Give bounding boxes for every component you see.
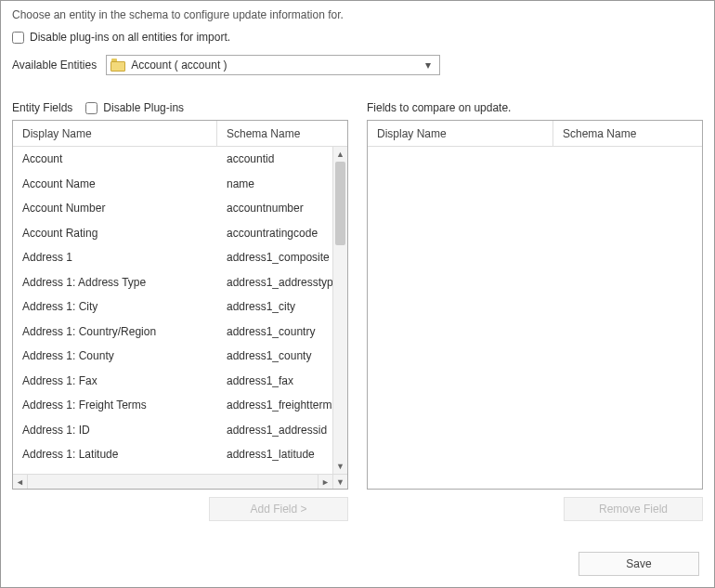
table-row[interactable]: Account Ratingaccountratingcode: [13, 221, 332, 246]
cell-display-name: Address 1: ID: [13, 424, 217, 437]
scroll-track[interactable]: [333, 162, 347, 459]
cell-display-name: Address 1: Address Type: [13, 276, 217, 289]
header-schema-name[interactable]: Schema Name: [217, 121, 347, 146]
disable-plugins-checkbox[interactable]: [85, 102, 98, 114]
table-row[interactable]: Address 1: Country/Regionaddress1_countr…: [13, 320, 332, 345]
cell-display-name: Address 1: Freight Terms: [13, 399, 217, 412]
cell-display-name: Address 1: [13, 251, 217, 264]
table-row[interactable]: Address 1: Faxaddress1_fax: [13, 369, 332, 394]
table-row[interactable]: Account Numberaccountnumber: [13, 196, 332, 221]
cell-display-name: Account: [13, 152, 217, 165]
cell-schema-name: address1_addressid: [217, 424, 332, 437]
compare-fields-list-body[interactable]: [368, 147, 702, 489]
save-button[interactable]: Save: [578, 552, 699, 576]
cell-schema-name: accountid: [217, 152, 332, 165]
table-row[interactable]: Address 1: Address Typeaddress1_addresst…: [13, 270, 332, 295]
cell-display-name: Address 1: Country/Region: [13, 325, 217, 338]
remove-field-row: Remove Field: [367, 497, 703, 521]
cell-schema-name: accountnumber: [217, 202, 332, 215]
header-schema-name[interactable]: Schema Name: [553, 121, 702, 146]
disable-all-checkbox[interactable]: [12, 32, 24, 44]
scroll-right-icon[interactable]: ►: [318, 475, 332, 489]
cell-display-name: Address 1: Latitude: [13, 448, 217, 461]
compare-fields-header: Fields to compare on update.: [367, 101, 703, 114]
compare-fields-column: Fields to compare on update. Display Nam…: [367, 101, 703, 521]
entity-fields-list-header: Display Name Schema Name: [13, 121, 347, 147]
remove-field-button[interactable]: Remove Field: [564, 497, 703, 521]
cell-display-name: Account Rating: [13, 227, 217, 240]
save-row: Save: [578, 552, 699, 576]
scroll-down-icon[interactable]: ▼: [333, 459, 347, 474]
cell-schema-name: address1_freighttermscode: [217, 399, 332, 412]
scroll-corner-down-icon[interactable]: ▼: [332, 475, 347, 489]
cell-schema-name: address1_addresstypecode: [217, 276, 332, 289]
chevron-down-icon: ▾: [421, 59, 436, 72]
compare-fields-list: Display Name Schema Name: [367, 120, 703, 490]
table-row[interactable]: Account Namename: [13, 172, 332, 197]
disable-all-row: Disable plug-ins on all entities for imp…: [12, 31, 703, 44]
cell-display-name: Address 1: City: [13, 300, 217, 313]
table-row[interactable]: Address 1: Freight Termsaddress1_freight…: [13, 393, 332, 418]
available-entities-label: Available Entities: [12, 59, 97, 72]
cell-display-name: Account Name: [13, 177, 217, 190]
folder-icon: [110, 59, 125, 72]
vertical-scrollbar[interactable]: ▲ ▼: [332, 147, 347, 474]
horizontal-scrollbar[interactable]: ◄ ► ▼: [13, 474, 347, 489]
compare-fields-list-header: Display Name Schema Name: [368, 121, 702, 147]
table-row[interactable]: Accountaccountid: [13, 147, 332, 172]
entity-fields-column: Entity Fields Disable Plug-ins Display N…: [12, 101, 348, 521]
add-field-row: Add Field >: [12, 497, 348, 521]
entity-fields-header: Entity Fields Disable Plug-ins: [12, 101, 348, 114]
cell-schema-name: accountratingcode: [217, 227, 332, 240]
header-display-name[interactable]: Display Name: [368, 121, 553, 146]
entity-combobox[interactable]: Account ( account ) ▾: [106, 55, 440, 75]
disable-plugins-label: Disable Plug-ins: [103, 101, 184, 114]
table-row[interactable]: Address 1: Latitudeaddress1_latitude: [13, 442, 332, 467]
cell-schema-name: address1_city: [217, 300, 332, 313]
entity-combobox-value: Account ( account ): [131, 59, 421, 72]
cell-display-name: Account Number: [13, 202, 217, 215]
available-entities-row: Available Entities Account ( account ) ▾: [12, 55, 703, 75]
table-row[interactable]: Address 1address1_composite: [13, 245, 332, 270]
disable-all-label: Disable plug-ins on all entities for imp…: [30, 31, 230, 44]
cell-schema-name: address1_latitude: [217, 448, 332, 461]
add-field-button[interactable]: Add Field >: [209, 497, 348, 521]
table-row[interactable]: Address 1: Cityaddress1_city: [13, 294, 332, 320]
cell-display-name: Address 1: County: [13, 349, 217, 362]
entity-fields-list: Display Name Schema Name Accountaccounti…: [12, 120, 348, 490]
compare-fields-title: Fields to compare on update.: [367, 101, 511, 114]
entity-fields-list-body: AccountaccountidAccount NamenameAccount …: [13, 147, 347, 474]
cell-schema-name: address1_country: [217, 325, 332, 338]
instruction-text: Choose an entity in the schema to config…: [12, 8, 703, 21]
cell-schema-name: address1_fax: [217, 374, 332, 387]
scroll-thumb[interactable]: [335, 162, 345, 245]
config-window: Choose an entity in the schema to config…: [0, 0, 715, 588]
table-row[interactable]: Address 1: Countyaddress1_county: [13, 344, 332, 369]
entity-fields-title: Entity Fields: [12, 101, 72, 114]
hscroll-track[interactable]: [28, 475, 318, 489]
scroll-up-icon[interactable]: ▲: [333, 147, 347, 162]
table-row[interactable]: Address 1: IDaddress1_addressid: [13, 418, 332, 443]
cell-schema-name: name: [217, 177, 332, 190]
cell-schema-name: address1_county: [217, 349, 332, 362]
columns: Entity Fields Disable Plug-ins Display N…: [12, 101, 703, 521]
cell-schema-name: address1_composite: [217, 251, 332, 264]
cell-display-name: Address 1: Fax: [13, 374, 217, 387]
scroll-left-icon[interactable]: ◄: [13, 475, 28, 489]
header-display-name[interactable]: Display Name: [13, 121, 217, 146]
